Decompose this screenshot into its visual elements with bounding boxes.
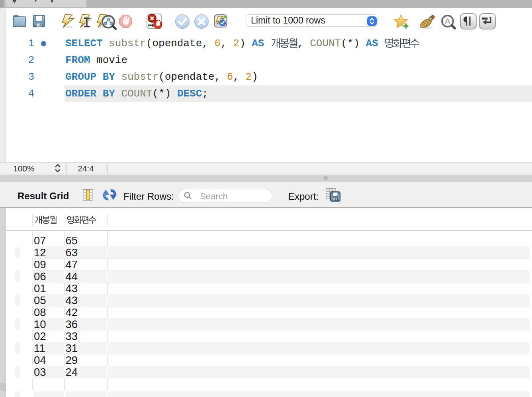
svg-text:A: A: [445, 17, 450, 26]
